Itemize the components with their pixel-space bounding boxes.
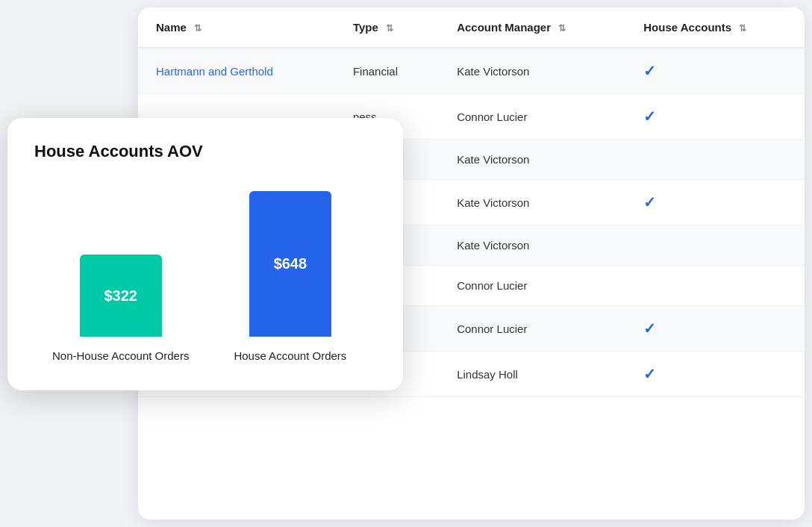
bar-non-house-label: Non-House Account Orders <box>52 349 189 364</box>
checkmark-icon: ✓ <box>643 366 656 382</box>
checkmark-icon: ✓ <box>643 320 656 337</box>
cell-house <box>625 140 805 180</box>
bar-group-non-house: $322 Non-House Account Orders <box>52 255 189 364</box>
sort-type-icon: ⇅ <box>386 23 393 34</box>
cell-house: ✓ <box>625 94 805 140</box>
bar-wrapper-house: $648 <box>249 191 331 337</box>
cell-house: ✓ <box>625 352 805 397</box>
table-row: Hartmann and GertholdFinancialKate Victo… <box>138 48 805 94</box>
cell-house <box>625 266 805 306</box>
cell-manager: Kate Victorson <box>439 180 625 225</box>
cell-manager: Connor Lucier <box>439 94 625 140</box>
bar-house-value: $648 <box>274 255 307 272</box>
bar-house-label: House Account Orders <box>234 349 346 364</box>
checkmark-icon: ✓ <box>643 63 656 79</box>
cell-manager: Connor Lucier <box>439 306 625 352</box>
bar-wrapper-non-house: $322 <box>80 255 162 337</box>
main-container: Name ⇅ Type ⇅ Account Manager ⇅ House Ac… <box>0 0 812 527</box>
col-name[interactable]: Name ⇅ <box>138 7 335 48</box>
bar-group-house: $648 House Account Orders <box>234 191 346 364</box>
checkmark-icon: ✓ <box>643 194 656 211</box>
col-house[interactable]: House Accounts ⇅ <box>625 7 805 48</box>
popup-card: House Accounts AOV $322 Non-House Accoun… <box>7 118 403 390</box>
cell-manager: Kate Victorson <box>439 48 625 94</box>
sort-name-icon: ⇅ <box>194 23 202 34</box>
chart-container: $322 Non-House Account Orders $648 House… <box>34 191 376 364</box>
sort-manager-icon: ⇅ <box>558 23 566 34</box>
cell-manager: Kate Victorson <box>439 225 625 266</box>
bar-non-house-value: $322 <box>104 287 137 305</box>
cell-manager: Connor Lucier <box>439 266 625 306</box>
cell-manager: Lindsay Holl <box>439 352 625 397</box>
table-header-row: Name ⇅ Type ⇅ Account Manager ⇅ House Ac… <box>138 7 805 48</box>
cell-house: ✓ <box>625 306 805 352</box>
cell-house <box>625 225 805 266</box>
cell-house: ✓ <box>625 180 805 225</box>
cell-type: Financial <box>335 48 439 94</box>
popup-title: House Accounts AOV <box>34 142 376 161</box>
cell-manager: Kate Victorson <box>439 140 625 180</box>
bar-non-house: $322 <box>80 255 162 337</box>
checkmark-icon: ✓ <box>643 108 656 125</box>
sort-house-icon: ⇅ <box>739 23 746 34</box>
name-link[interactable]: Hartmann and Gerthold <box>156 65 273 78</box>
cell-name: Hartmann and Gerthold <box>138 48 335 94</box>
bar-house: $648 <box>249 191 331 337</box>
col-manager[interactable]: Account Manager ⇅ <box>439 7 625 48</box>
cell-house: ✓ <box>625 48 805 94</box>
col-type[interactable]: Type ⇅ <box>335 7 439 48</box>
